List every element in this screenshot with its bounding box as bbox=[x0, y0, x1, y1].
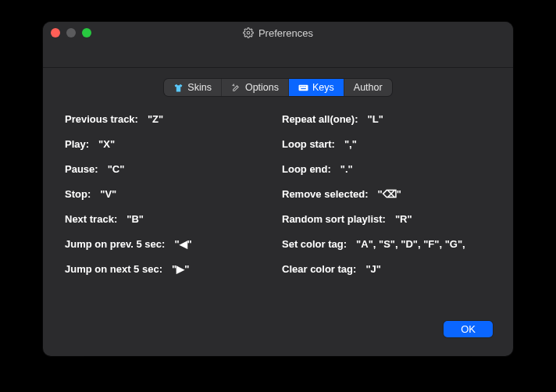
svg-rect-6 bbox=[301, 88, 306, 89]
key-row: Next track"B" bbox=[65, 213, 274, 225]
key-value: "Z" bbox=[148, 113, 163, 125]
key-label: Loop start bbox=[282, 138, 335, 150]
window-controls bbox=[51, 28, 91, 37]
key-row: Clear color tag"J" bbox=[282, 263, 491, 275]
key-value: "B" bbox=[127, 213, 144, 225]
key-row: Set color tag"A", "S", "D", "F", "G", bbox=[282, 238, 491, 250]
key-value: "X" bbox=[98, 138, 115, 150]
titlebar: Preferences bbox=[43, 22, 513, 44]
key-label: Jump on prev. 5 sec bbox=[65, 238, 165, 250]
tools-icon bbox=[231, 83, 241, 93]
tshirt-icon bbox=[173, 83, 184, 93]
tab-bar: Skins Options Keys Author bbox=[164, 79, 391, 96]
key-value: "L" bbox=[368, 113, 383, 125]
tab-label: Author bbox=[354, 82, 383, 93]
key-row: Stop"V" bbox=[65, 188, 274, 200]
key-label: Next track bbox=[65, 213, 117, 225]
key-row: Jump on prev. 5 sec"◀" bbox=[65, 238, 274, 250]
key-value: "C" bbox=[108, 163, 125, 175]
key-label: Previous track bbox=[65, 113, 138, 125]
svg-rect-5 bbox=[305, 86, 306, 87]
key-row: Repeat all(one)"L" bbox=[282, 113, 491, 125]
tab-label: Keys bbox=[312, 82, 334, 93]
key-row: Pause"C" bbox=[65, 163, 274, 175]
key-row: Remove selected"⌫" bbox=[282, 188, 491, 200]
svg-point-0 bbox=[247, 31, 250, 34]
key-row: Loop end"." bbox=[282, 163, 491, 175]
window-title: Preferences bbox=[258, 27, 313, 39]
key-label: Play bbox=[65, 138, 89, 150]
keyboard-icon bbox=[298, 83, 308, 93]
preferences-window: Preferences Skins Options Keys bbox=[43, 22, 513, 356]
key-label: Random sort playlist bbox=[282, 213, 386, 225]
key-value: "⌫" bbox=[378, 188, 401, 200]
keys-col-left: Previous track"Z" Play"X" Pause"C" Stop"… bbox=[65, 113, 274, 321]
key-value: "J" bbox=[365, 263, 381, 275]
svg-rect-2 bbox=[300, 86, 301, 87]
key-label: Loop end bbox=[282, 163, 331, 175]
close-window-button[interactable] bbox=[51, 28, 60, 37]
tab-skins[interactable]: Skins bbox=[164, 79, 222, 96]
key-label: Set color tag bbox=[282, 238, 347, 250]
key-value: "." bbox=[340, 163, 353, 175]
keys-col-right: Repeat all(one)"L" Loop start"," Loop en… bbox=[282, 113, 491, 321]
titlebar-separator bbox=[43, 67, 513, 68]
key-value: "A", "S", "D", "F", "G", bbox=[356, 238, 465, 250]
tab-options[interactable]: Options bbox=[222, 79, 289, 96]
key-label: Repeat all(one) bbox=[282, 113, 358, 125]
ok-button[interactable]: OK bbox=[444, 321, 493, 337]
tab-author[interactable]: Author bbox=[344, 79, 392, 96]
key-label: Clear color tag bbox=[282, 263, 356, 275]
svg-rect-3 bbox=[301, 86, 302, 87]
key-row: Previous track"Z" bbox=[65, 113, 274, 125]
key-label: Pause bbox=[65, 163, 98, 175]
footer: OK bbox=[43, 321, 513, 356]
key-label: Remove selected bbox=[282, 188, 369, 200]
key-value: "◀" bbox=[174, 238, 191, 250]
key-value: "R" bbox=[395, 213, 412, 225]
zoom-window-button[interactable] bbox=[82, 28, 91, 37]
key-label: Stop bbox=[65, 188, 91, 200]
gear-icon bbox=[243, 27, 254, 38]
tab-label: Skins bbox=[187, 82, 212, 93]
key-label: Jump on next 5 sec bbox=[65, 263, 162, 275]
key-value: "," bbox=[344, 138, 357, 150]
key-value: "V" bbox=[100, 188, 116, 200]
key-row: Loop start"," bbox=[282, 138, 491, 150]
key-row: Random sort playlist"R" bbox=[282, 213, 491, 225]
svg-rect-1 bbox=[299, 84, 308, 91]
key-value: "▶" bbox=[172, 263, 189, 275]
keys-content: Previous track"Z" Play"X" Pause"C" Stop"… bbox=[43, 96, 513, 321]
key-row: Jump on next 5 sec"▶" bbox=[65, 263, 274, 275]
tab-label: Options bbox=[245, 82, 279, 93]
tab-keys[interactable]: Keys bbox=[289, 79, 344, 96]
key-row: Play"X" bbox=[65, 138, 274, 150]
svg-rect-4 bbox=[304, 86, 305, 87]
minimize-window-button[interactable] bbox=[66, 28, 76, 37]
